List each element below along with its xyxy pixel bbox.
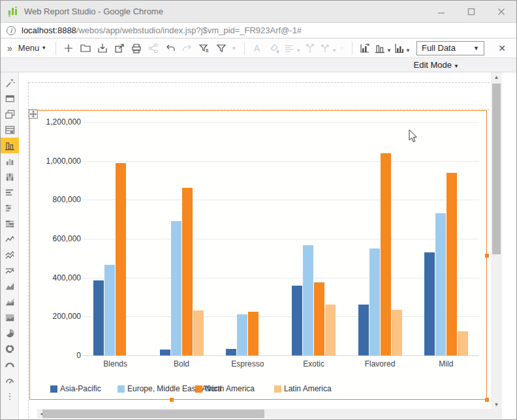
sidebar-item-target-line-chart[interactable] (1, 263, 19, 278)
info-icon[interactable]: i (7, 26, 16, 35)
bar[interactable] (381, 153, 391, 355)
horizontal-scrollbar[interactable]: ◀ ▶ (37, 409, 502, 419)
open-button[interactable] (78, 40, 93, 56)
sidebar-item-line-chart[interactable] (1, 232, 19, 247)
bar[interactable] (392, 310, 402, 355)
edit-mode-button[interactable]: Edit Mode▼ (414, 60, 459, 70)
x-axis-category-label: Espresso (218, 359, 277, 368)
font-button: A (249, 40, 265, 56)
bar-chart-icon (374, 42, 386, 54)
move-handle[interactable] (29, 110, 38, 119)
sidebar-item-full-stacked-horizontal-bar[interactable] (1, 216, 19, 232)
bar[interactable] (93, 280, 104, 355)
resize-handle-bottom[interactable] (170, 398, 174, 402)
bar[interactable] (160, 350, 170, 355)
sidebar-item-bar-chart-alt[interactable] (1, 153, 19, 169)
filter-more-button[interactable] (230, 40, 240, 56)
close-toolbar-button[interactable]: ✕ (498, 43, 506, 53)
bar[interactable] (325, 305, 336, 355)
main-area: ⋮ 0200,000400,000600,000800,0001,000,000… (1, 72, 516, 420)
bar[interactable] (248, 312, 258, 355)
sidebar-item-area-chart[interactable] (1, 278, 19, 294)
overflow-caret-icon (232, 42, 238, 54)
bar[interactable] (446, 173, 457, 355)
sidebar-item-stacked-horizontal-bar[interactable] (1, 200, 19, 216)
menu-button[interactable]: Menu▼ (18, 43, 46, 53)
report-canvas[interactable]: 0200,000400,000600,000800,0001,000,0001,… (19, 72, 502, 420)
save-button[interactable] (95, 40, 110, 56)
sidebar-item-crosstab[interactable] (1, 106, 19, 122)
sidebar-item-full-stacked-area-chart[interactable] (1, 310, 19, 325)
axis-chart-icon (393, 42, 405, 54)
new-button[interactable] (61, 40, 76, 56)
bar[interactable] (237, 314, 247, 355)
sidebar-item-stacked-area-chart[interactable] (1, 294, 19, 310)
y-arrows-icon (319, 42, 331, 54)
sidebar-item-more[interactable]: ⋮ (1, 388, 19, 404)
bar[interactable] (116, 163, 126, 355)
sidebar-item-arc-gauge[interactable] (1, 357, 19, 372)
bar[interactable] (193, 310, 204, 355)
bar[interactable] (435, 213, 446, 355)
switch-chart-button[interactable] (357, 40, 373, 56)
y-axis-tick-label: 600,000 (35, 234, 81, 243)
bar[interactable] (226, 349, 236, 355)
expand-toolbar-icon[interactable]: » (7, 43, 12, 53)
undo-button[interactable] (163, 40, 178, 56)
print-button[interactable] (129, 40, 144, 56)
url-text[interactable]: localhost:8888/webos/app/webstudio/index… (22, 25, 302, 35)
bar[interactable] (292, 286, 302, 355)
bar[interactable] (182, 188, 193, 355)
scroll-up-icon[interactable]: ▲ (491, 72, 502, 82)
condition-button[interactable]: $ (196, 40, 212, 56)
url-host: localhost:8888 (22, 25, 76, 35)
sidebar-item-gauge[interactable] (1, 372, 19, 388)
scroll-down-icon[interactable]: ▼ (491, 400, 502, 410)
vertical-scroll-thumb[interactable] (492, 83, 501, 254)
selected-chart[interactable]: 0200,000400,000600,000800,0001,000,0001,… (29, 110, 487, 400)
sidebar-item-table[interactable] (1, 91, 19, 106)
sidebar-item-donut-chart[interactable] (1, 341, 19, 357)
bar-group (424, 122, 468, 355)
gridline (82, 161, 479, 162)
legend-item[interactable]: North America (195, 384, 255, 393)
sidebar-item-bar-chart[interactable] (1, 138, 19, 153)
pie-icon (5, 328, 16, 339)
bar[interactable] (171, 221, 181, 355)
sidebar-item-multi-line-chart[interactable] (1, 247, 19, 263)
bar[interactable] (358, 305, 369, 355)
multi-line-icon (5, 250, 16, 261)
address-bar[interactable]: i localhost:8888/webos/app/webstudio/ind… (1, 23, 516, 38)
export-button[interactable] (112, 40, 127, 56)
sidebar-item-horizontal-bar[interactable] (1, 185, 19, 200)
bar[interactable] (369, 248, 380, 355)
filter-button[interactable] (213, 40, 229, 56)
resize-handle-corner[interactable] (485, 398, 489, 402)
bar[interactable] (314, 282, 324, 355)
bar[interactable] (424, 252, 435, 355)
url-path: /webos/app/webstudio/index.jsp?j$vm_pid=… (76, 25, 302, 35)
bar-group (292, 122, 336, 355)
legend-item[interactable]: Latin America (274, 384, 332, 393)
component-sidebar: ⋮ (1, 72, 19, 420)
horizontal-scroll-thumb[interactable] (42, 410, 264, 418)
sidebar-item-section[interactable] (1, 122, 19, 138)
close-button[interactable] (486, 1, 516, 22)
legend-item[interactable]: Asia-Pacific (50, 384, 101, 393)
chart-style-button[interactable]: ▼ (374, 40, 392, 56)
bar[interactable] (458, 331, 468, 355)
bar[interactable] (104, 265, 115, 355)
vertical-scrollbar[interactable]: ▲ ▼ (491, 72, 502, 410)
bar-group (93, 122, 137, 355)
sidebar-item-pie-chart[interactable] (1, 325, 19, 341)
maximize-button[interactable] (456, 1, 486, 22)
resize-handle-right[interactable] (485, 254, 489, 258)
chart-plot: 0200,000400,000600,000800,0001,000,0001,… (30, 111, 486, 399)
h-stacked-bar-icon (5, 203, 16, 214)
sidebar-item-wizard[interactable] (1, 75, 19, 91)
sidebar-item-stacked-column[interactable] (1, 169, 19, 185)
minimize-button[interactable] (426, 1, 456, 22)
data-view-select[interactable]: Full Data ▼ (416, 41, 484, 55)
bar[interactable] (303, 245, 313, 355)
chart-axis-button[interactable]: ▼ (393, 40, 411, 56)
